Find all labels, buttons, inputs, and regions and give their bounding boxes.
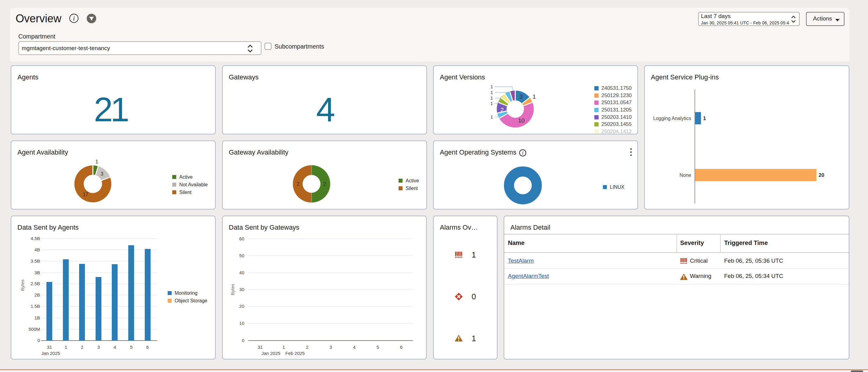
svg-text:1: 1 <box>703 116 706 121</box>
svg-text:1: 1 <box>491 84 493 89</box>
svg-text:0: 0 <box>242 338 244 343</box>
svg-text:30: 30 <box>239 287 244 292</box>
svg-text:2: 2 <box>306 344 308 350</box>
svg-text:1: 1 <box>491 114 493 119</box>
svg-text:6: 6 <box>146 344 149 350</box>
svg-text:4B: 4B <box>34 247 40 252</box>
svg-text:2: 2 <box>297 181 300 187</box>
svg-text:31: 31 <box>258 344 263 350</box>
svg-text:1B: 1B <box>34 315 40 320</box>
svg-text:1: 1 <box>491 95 493 100</box>
svg-text:1: 1 <box>533 93 536 100</box>
svg-text:60: 60 <box>239 236 244 241</box>
svg-text:1: 1 <box>65 344 67 350</box>
svg-text:500M: 500M <box>28 327 40 332</box>
svg-text:4: 4 <box>114 344 116 350</box>
svg-text:6: 6 <box>400 344 403 350</box>
svg-text:31: 31 <box>47 344 52 350</box>
svg-text:4: 4 <box>353 344 355 350</box>
svg-text:Logging Analytics: Logging Analytics <box>653 116 691 121</box>
svg-text:Jan 2025: Jan 2025 <box>41 351 60 356</box>
svg-text:None: None <box>680 173 691 178</box>
svg-text:50: 50 <box>239 253 244 258</box>
svg-text:2: 2 <box>501 106 504 113</box>
svg-text:5: 5 <box>377 344 379 350</box>
svg-text:20: 20 <box>818 172 824 178</box>
svg-text:3: 3 <box>101 171 103 177</box>
svg-text:3.5B: 3.5B <box>31 258 40 264</box>
svg-text:3: 3 <box>520 93 523 100</box>
svg-text:Bytes: Bytes <box>20 279 25 291</box>
svg-text:2.5B: 2.5B <box>31 281 40 286</box>
svg-text:0: 0 <box>37 338 40 343</box>
svg-text:40: 40 <box>239 270 244 275</box>
svg-text:2: 2 <box>81 344 83 350</box>
svg-text:2B: 2B <box>34 292 40 298</box>
svg-text:3: 3 <box>330 344 332 350</box>
svg-text:1: 1 <box>96 159 98 164</box>
svg-text:1: 1 <box>471 334 476 343</box>
svg-text:2: 2 <box>323 181 326 187</box>
svg-text:1: 1 <box>282 344 285 350</box>
svg-text:3: 3 <box>97 344 100 350</box>
svg-text:0: 0 <box>471 292 476 301</box>
svg-text:20: 20 <box>239 304 244 309</box>
svg-text:Jan 2025: Jan 2025 <box>261 351 280 356</box>
svg-text:10: 10 <box>239 321 244 326</box>
svg-text:1: 1 <box>471 250 476 259</box>
svg-text:5: 5 <box>130 344 132 350</box>
svg-text:17: 17 <box>83 192 88 197</box>
svg-text:3B: 3B <box>34 270 40 275</box>
svg-text:1: 1 <box>491 101 493 106</box>
svg-text:Bytes: Bytes <box>230 284 235 295</box>
svg-text:4.5B: 4.5B <box>31 236 40 241</box>
svg-text:1.5B: 1.5B <box>31 304 40 309</box>
svg-text:Feb 2025: Feb 2025 <box>285 351 305 356</box>
svg-text:10: 10 <box>518 117 524 124</box>
svg-text:1: 1 <box>491 90 493 95</box>
